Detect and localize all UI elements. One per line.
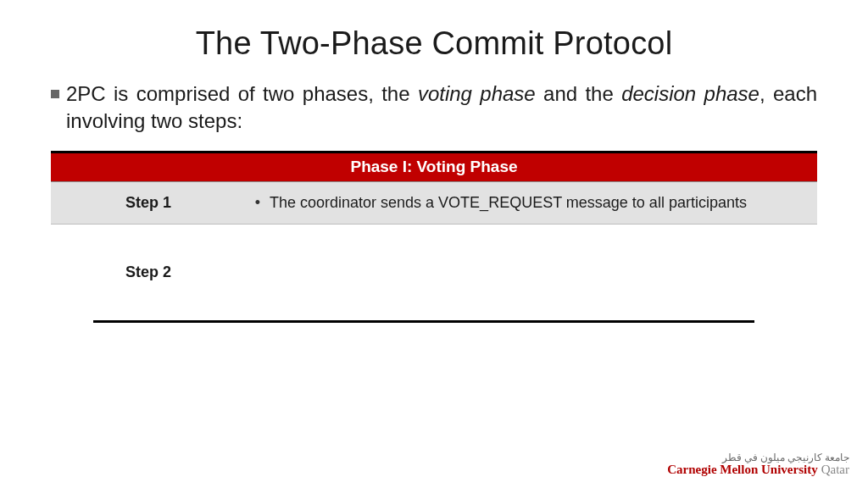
slide-title: The Two-Phase Commit Protocol	[51, 25, 817, 62]
intro-emph-decision: decision phase	[621, 82, 760, 105]
step-1-row: Step 1 The coordinator sends a VOTE_REQU…	[51, 182, 817, 225]
step-1-text: The coordinator sends a VOTE_REQUEST mes…	[270, 194, 747, 212]
step-1-label: Step 1	[51, 182, 246, 224]
phase-header: Phase I: Voting Phase	[51, 153, 817, 182]
step-1-body: The coordinator sends a VOTE_REQUEST mes…	[246, 182, 817, 224]
footer-brand: Carnegie Mellon University	[667, 463, 817, 476]
phase-box: Phase I: Voting Phase Step 1 The coordin…	[51, 151, 817, 225]
step-2-label: Step 2	[51, 263, 246, 281]
footer-brand-row: Carnegie Mellon University Qatar	[667, 463, 849, 476]
footer-campus: Qatar	[821, 463, 849, 476]
intro-prefix: 2PC is comprised of two phases, the	[66, 82, 418, 105]
intro-emph-voting: voting phase	[418, 82, 536, 105]
footer-arabic: جامعة كارنيجي ميلون في قطر	[667, 452, 849, 463]
intro-bullet: 2PC is comprised of two phases, the voti…	[51, 80, 817, 136]
step-2-row: Step 2	[51, 263, 817, 281]
intro-mid: and the	[536, 82, 621, 105]
footer-logo: جامعة كارنيجي ميلون في قطر Carnegie Mell…	[667, 452, 849, 476]
bullet-dot-icon	[246, 194, 270, 212]
horizontal-rule	[93, 320, 754, 323]
intro-text: 2PC is comprised of two phases, the voti…	[66, 80, 817, 136]
bullet-square-icon	[51, 90, 59, 98]
slide: The Two-Phase Commit Protocol 2PC is com…	[0, 0, 868, 488]
